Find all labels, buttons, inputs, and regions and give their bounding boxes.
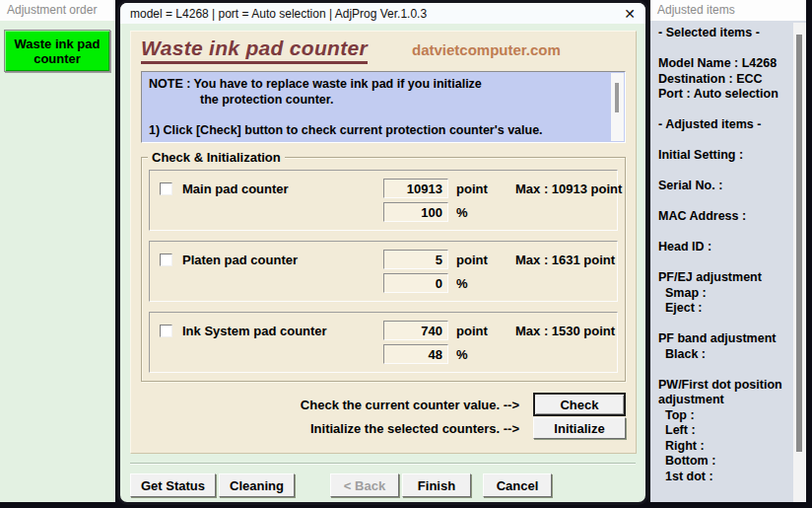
main-pad-percent-field[interactable] <box>383 202 448 222</box>
adjusted-item-line: Destination : ECC <box>658 72 790 88</box>
cancel-button[interactable]: Cancel <box>483 473 552 497</box>
adjusted-item-line: Smap : <box>658 286 790 302</box>
main-content-panel: Waste ink pad counter datvietcomputer.co… <box>130 31 637 454</box>
adjusted-item-line: Top : <box>658 408 790 424</box>
ink-system-percent-field[interactable] <box>383 344 448 364</box>
initialize-action-row: Initialize the selected counters. --> In… <box>310 417 626 439</box>
footer-bar: Get Status Cleaning < Back Finish Cancel <box>130 463 636 497</box>
adjusted-item-line: MAC Address : <box>658 209 790 225</box>
window-client-area: Waste ink pad counter datvietcomputer.co… <box>120 24 645 502</box>
platen-pad-counter-label-cell: Platen pad counter <box>160 253 375 267</box>
watermark-text: datvietcomputer.com <box>412 41 561 58</box>
note-line-1: NOTE : You have to replace waste ink pad… <box>149 76 603 92</box>
platen-pad-points-field[interactable] <box>383 250 448 269</box>
platen-pad-max-label: Max : 1631 point <box>515 253 615 267</box>
adjusted-item-line: PF/EJ adjustment <box>658 270 790 286</box>
adjusted-items-panel: Adjusted items - Selected items - Model … <box>650 0 806 502</box>
platen-pad-counter-checkbox[interactable] <box>160 254 172 266</box>
ink-system-max-label: Max : 1530 point <box>515 324 615 338</box>
finish-button[interactable]: Finish <box>402 473 471 497</box>
note-scrollbar-thumb[interactable] <box>615 83 619 112</box>
adjusted-item-line: Right : <box>658 439 790 455</box>
platen-pad-points-unit: point <box>456 253 508 267</box>
adjusted-item-line: Left : <box>658 423 790 439</box>
main-pad-points-field[interactable] <box>383 179 448 198</box>
check-initialization-group: Check & Initialization Main pad counter … <box>141 157 626 382</box>
group-title: Check & Initialization <box>148 150 285 165</box>
screen: Adjustment order Waste ink pad counter m… <box>0 0 812 508</box>
adjusted-item-line: Serial No. : <box>658 179 790 194</box>
adjusted-item-line: Bottom : <box>658 454 790 470</box>
main-pad-percent-unit: % <box>456 205 508 220</box>
note-box: NOTE : You have to replace waste ink pad… <box>141 71 626 143</box>
ink-system-pad-counter-row: Ink System pad counter point Max : 1530 … <box>149 312 618 373</box>
main-pad-counter-label: Main pad counter <box>182 181 289 196</box>
page-title: Waste ink pad counter <box>141 36 368 64</box>
heading-row: Waste ink pad counter datvietcomputer.co… <box>141 36 626 64</box>
adjusted-item-line: Port : Auto selection <box>658 87 790 103</box>
get-status-button[interactable]: Get Status <box>130 473 216 497</box>
adjusted-item-line: adjustment <box>658 393 790 408</box>
adjusted-item-line: PW/First dot position <box>658 378 790 394</box>
actions-area: Check the current counter value. --> Che… <box>141 394 626 439</box>
ink-system-points-field[interactable] <box>383 321 448 340</box>
platen-pad-percent-field[interactable] <box>383 273 448 293</box>
adjusted-item-line: 1st dot : <box>658 470 790 485</box>
check-prompt: Check the current counter value. --> <box>301 398 519 412</box>
adjusted-items-title: Adjusted items <box>650 0 806 21</box>
window-title: model = L4268 | port = Auto selection | … <box>130 7 427 21</box>
adjusted-item-line: - Adjusted items - <box>658 117 790 133</box>
adjusted-item-line: - Selected items - <box>658 26 790 41</box>
adjusted-items-scrollbar-thumb[interactable] <box>796 35 802 452</box>
cleaning-button[interactable]: Cleaning <box>219 473 295 497</box>
back-button[interactable]: < Back <box>330 473 399 497</box>
adjusted-item-line: Model Name : L4268 <box>658 56 790 72</box>
adjusted-item-line: Black : <box>658 347 790 363</box>
ink-system-pad-counter-label: Ink System pad counter <box>182 324 327 338</box>
adjustment-order-title: Adjustment order <box>0 0 115 21</box>
main-pad-counter-checkbox[interactable] <box>160 182 172 195</box>
main-pad-max-label: Max : 10913 point <box>515 181 622 196</box>
waste-ink-pad-counter-button[interactable]: Waste ink pad counter <box>4 30 110 72</box>
main-pad-counter-label-cell: Main pad counter <box>160 181 375 196</box>
ink-system-pad-counter-label-cell: Ink System pad counter <box>160 324 375 338</box>
adjprog-window: model = L4268 | port = Auto selection | … <box>117 0 648 505</box>
ink-system-points-unit: point <box>456 324 508 338</box>
check-button[interactable]: Check <box>533 393 626 416</box>
platen-pad-counter-row: Platen pad counter point Max : 1631 poin… <box>149 241 618 302</box>
footer-divider <box>130 463 636 465</box>
check-action-row: Check the current counter value. --> Che… <box>301 394 626 415</box>
initialize-button[interactable]: Initialize <box>533 417 626 439</box>
ink-system-pad-counter-checkbox[interactable] <box>160 325 172 337</box>
note-line-2: the protection counter. <box>149 92 603 108</box>
initialize-prompt: Initialize the selected counters. --> <box>310 421 519 436</box>
adjusted-items-scrollbar[interactable] <box>793 23 806 502</box>
adjustment-order-panel: Adjustment order Waste ink pad counter <box>0 0 115 502</box>
note-line-3: 1) Click [Check] button to check current… <box>149 122 603 138</box>
close-icon[interactable]: ✕ <box>624 7 636 21</box>
adjusted-item-line: PF band adjustment <box>658 331 790 347</box>
ink-system-percent-unit: % <box>456 347 508 362</box>
note-spacer <box>149 108 603 122</box>
platen-pad-counter-label: Platen pad counter <box>182 253 298 267</box>
note-scrollbar[interactable] <box>611 73 624 141</box>
adjusted-items-content: - Selected items - Model Name : L4268 De… <box>650 21 806 502</box>
main-pad-points-unit: point <box>456 181 508 196</box>
main-pad-counter-row: Main pad counter point Max : 10913 point… <box>149 170 618 231</box>
footer-buttons: Get Status Cleaning < Back Finish Cancel <box>130 473 636 497</box>
window-title-bar: model = L4268 | port = Auto selection | … <box>120 3 645 24</box>
adjusted-item-line: Head ID : <box>658 240 790 255</box>
platen-pad-percent-unit: % <box>456 276 508 291</box>
adjusted-item-line: Initial Setting : <box>658 148 790 164</box>
adjusted-item-line: Eject : <box>658 301 790 317</box>
